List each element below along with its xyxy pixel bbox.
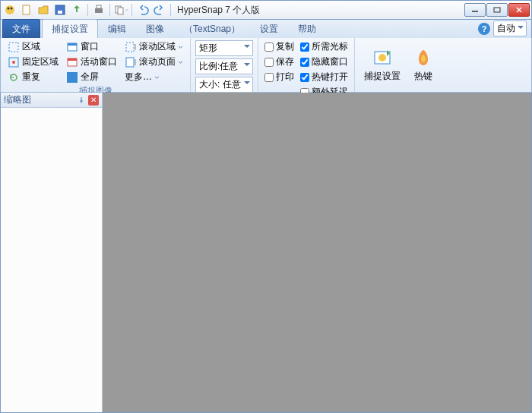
label: 打印 — [276, 71, 294, 84]
undo-icon[interactable] — [135, 2, 150, 17]
label: 热键 — [414, 70, 432, 83]
label: 重复 — [22, 71, 40, 84]
combo-value: 比例:任意 — [199, 61, 238, 71]
combo-value: 大小: 任意 — [199, 79, 241, 90]
ribbon: 区域 固定区域 重复 窗口 活动窗口 全屏 滚动区域 滚动页面 更多… 捕捉图像… — [0, 38, 532, 93]
label: 滚动区域 — [139, 40, 176, 53]
chk-hide-window[interactable]: 隐藏窗口 — [299, 55, 350, 69]
label: 活动窗口 — [81, 55, 117, 68]
label: 区域 — [22, 40, 40, 53]
thumbnail-panel-title: 缩略图 — [4, 93, 31, 106]
region-button[interactable]: 区域 — [5, 39, 61, 54]
chk-cursor[interactable]: 所需光标 — [299, 39, 350, 54]
thumbnail-panel: 缩略图 ✕ — [1, 93, 103, 412]
pin-icon[interactable] — [76, 95, 87, 106]
ratio-combo[interactable]: 比例:任意 — [195, 58, 253, 74]
chk-save[interactable]: 保存 — [263, 55, 296, 69]
quick-access-toolbar — [2, 2, 173, 17]
minimize-button[interactable] — [464, 3, 486, 17]
svg-rect-18 — [68, 58, 77, 61]
auto-label: 自动 — [497, 23, 515, 33]
label: 所需光标 — [312, 40, 348, 53]
auto-dropdown[interactable]: 自动 — [493, 20, 527, 36]
tab-settings[interactable]: 设置 — [250, 19, 288, 38]
capture-settings-button[interactable]: 捕捉设置 — [359, 39, 405, 90]
combo-value: 矩形 — [199, 43, 217, 53]
svg-rect-7 — [97, 5, 101, 8]
chk-print[interactable]: 打印 — [263, 70, 296, 84]
scroll-region-button[interactable]: 滚动区域 — [122, 39, 185, 54]
chk-hotkey-open[interactable]: 热键打开 — [299, 70, 350, 84]
workspace: 缩略图 ✕ — [0, 93, 532, 413]
svg-rect-21 — [126, 58, 134, 67]
window-title: HyperSnap 7 个人版 — [177, 4, 260, 17]
label: 保存 — [276, 55, 294, 68]
upload-icon[interactable] — [69, 2, 84, 17]
repeat-button[interactable]: 重复 — [5, 70, 61, 84]
new-icon[interactable] — [19, 2, 34, 17]
group-actions: 捕捉设置 热键 — [355, 38, 443, 92]
group-capture-image: 区域 固定区域 重复 窗口 活动窗口 全屏 滚动区域 滚动页面 更多… 捕捉图像 — [1, 38, 191, 92]
svg-rect-19 — [67, 72, 78, 83]
svg-rect-11 — [494, 8, 500, 12]
window-controls — [464, 3, 530, 17]
print-icon[interactable] — [91, 2, 106, 17]
tab-file[interactable]: 文件 — [2, 19, 40, 38]
open-icon[interactable] — [36, 2, 51, 17]
label: 窗口 — [81, 40, 99, 53]
label: 更多… — [125, 71, 152, 84]
maximize-button[interactable] — [486, 3, 508, 17]
tab-image[interactable]: 图像 — [136, 19, 174, 38]
canvas-area — [103, 93, 531, 412]
svg-rect-5 — [58, 11, 62, 14]
help-icon[interactable]: ? — [478, 23, 490, 35]
app-icon[interactable] — [2, 2, 17, 17]
panel-close-icon[interactable]: ✕ — [88, 95, 99, 106]
svg-rect-6 — [95, 8, 103, 13]
active-window-button[interactable]: 活动窗口 — [64, 55, 119, 69]
separator — [131, 4, 132, 16]
window-button[interactable]: 窗口 — [64, 39, 119, 54]
shape-combo[interactable]: 矩形 — [195, 40, 253, 56]
tab-capture-settings[interactable]: 捕捉设置 — [42, 19, 98, 38]
group-auto: 复制 保存 打印 所需光标 隐藏窗口 热键打开 额外延迟 自动 — [258, 38, 355, 92]
label: 捕捉设置 — [364, 70, 401, 83]
label: 全屏 — [81, 71, 99, 84]
close-button[interactable] — [508, 3, 530, 17]
chk-copy[interactable]: 复制 — [263, 39, 296, 54]
svg-rect-9 — [118, 8, 123, 14]
separator — [87, 4, 88, 16]
label: 滚动页面 — [139, 55, 176, 68]
tab-edit[interactable]: 编辑 — [98, 19, 136, 38]
svg-point-2 — [11, 8, 13, 10]
svg-rect-16 — [68, 43, 77, 46]
label: 隐藏窗口 — [312, 55, 348, 68]
svg-point-1 — [8, 8, 10, 10]
separator — [170, 4, 171, 16]
save-icon[interactable] — [52, 2, 68, 17]
titlebar: HyperSnap 7 个人版 — [0, 0, 532, 20]
label: 固定区域 — [22, 55, 59, 68]
svg-rect-20 — [126, 43, 134, 52]
fixed-region-button[interactable]: 固定区域 — [5, 55, 61, 69]
label: 热键打开 — [312, 71, 348, 84]
size-combo[interactable]: 大小: 任意 — [195, 77, 253, 93]
hotkey-button[interactable]: 热键 — [408, 39, 439, 90]
svg-point-23 — [378, 54, 386, 61]
separator — [109, 4, 110, 16]
svg-point-14 — [12, 61, 15, 64]
more-button[interactable]: 更多… — [122, 70, 185, 84]
svg-point-0 — [5, 5, 14, 14]
thumbnail-panel-header: 缩略图 ✕ — [1, 93, 102, 108]
scroll-page-button[interactable]: 滚动页面 — [122, 55, 185, 69]
label: 复制 — [276, 40, 294, 53]
svg-rect-12 — [9, 43, 18, 52]
group-label — [359, 90, 439, 92]
tab-textsnap[interactable]: （TextSnap） — [174, 19, 250, 38]
ribbon-tabs: 文件 捕捉设置 编辑 图像 （TextSnap） 设置 帮助 ? 自动 — [0, 20, 532, 38]
fullscreen-button[interactable]: 全屏 — [64, 70, 119, 84]
redo-icon[interactable] — [152, 2, 167, 17]
copy-icon[interactable] — [113, 2, 128, 17]
tab-help[interactable]: 帮助 — [288, 19, 326, 38]
svg-rect-3 — [23, 5, 30, 14]
